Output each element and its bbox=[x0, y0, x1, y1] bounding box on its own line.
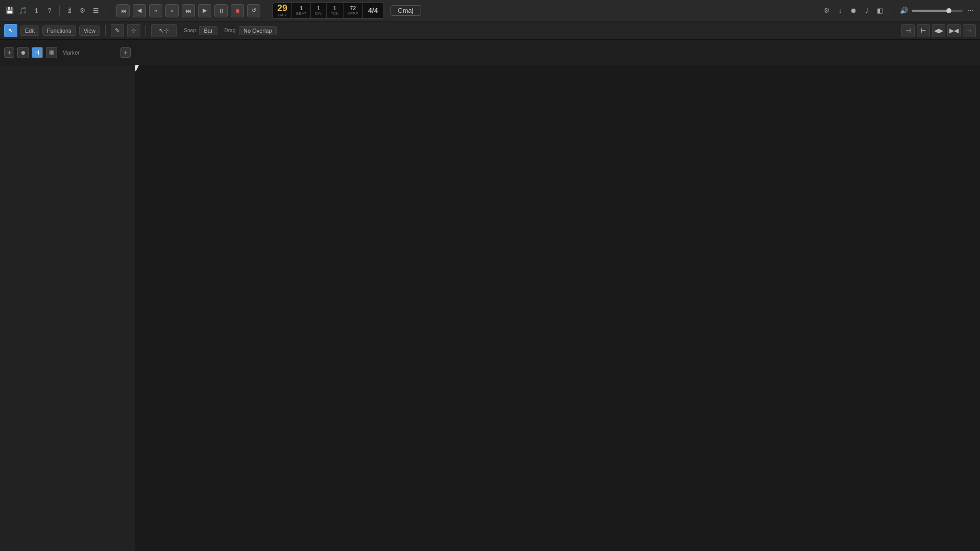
ruler bbox=[135, 40, 980, 65]
rewind-start-button[interactable]: ⏮ bbox=[116, 4, 130, 17]
marker-label: Marker bbox=[60, 49, 117, 56]
settings-icon[interactable]: ⚙ bbox=[821, 5, 832, 16]
drag-control: Drag: No Overlap bbox=[225, 26, 277, 35]
pointer-tool2[interactable]: ↖⊹ bbox=[151, 24, 177, 37]
beat-display[interactable]: 1 BEAT bbox=[292, 3, 311, 18]
volume-slider[interactable] bbox=[912, 10, 963, 12]
pencil-tool[interactable]: ✎ bbox=[111, 24, 124, 37]
info-icon[interactable]: ℹ bbox=[31, 5, 42, 16]
cpu-icon[interactable]: ☰ bbox=[90, 5, 102, 16]
rewind-button[interactable]: ◀ bbox=[133, 4, 146, 17]
division-value: 1 bbox=[317, 5, 320, 11]
top-toolbar: 💾 🎵 ℹ ? 🎚 ⚙ ☰ ⏮ ◀ « » ⏭ ▶ ⏸ ⏺ ↺ 29 BAR 1… bbox=[0, 0, 980, 21]
sep4 bbox=[105, 25, 106, 36]
volume-icon: 🔊 bbox=[898, 5, 910, 16]
fast-rewind-button[interactable]: « bbox=[149, 4, 162, 17]
h-btn[interactable]: H bbox=[32, 47, 43, 58]
timesig-value: 4/4 bbox=[368, 7, 378, 15]
kfrp-label: KFRP bbox=[348, 11, 358, 16]
tick-display[interactable]: 1 TCK bbox=[327, 3, 344, 18]
tick-label: TCK bbox=[331, 11, 339, 16]
add-track-button[interactable]: + bbox=[4, 47, 14, 58]
record-button[interactable]: ⏺ bbox=[231, 4, 244, 17]
loop-button[interactable]: ↺ bbox=[247, 4, 260, 17]
play-button[interactable]: ▶ bbox=[198, 4, 211, 17]
main-content: + ⏺ H ▦ Marker + bbox=[0, 40, 980, 551]
position-display: 29 BAR 1 BEAT 1 DIV 1 TCK 72 KFRP 4/4 bbox=[273, 3, 384, 19]
snap-control: Snap: Bar bbox=[184, 26, 217, 35]
metronome-icon[interactable]: 🎚 bbox=[64, 5, 75, 16]
sep2 bbox=[106, 5, 106, 16]
key-display[interactable]: Cmaj bbox=[390, 5, 421, 16]
align-right-icon[interactable]: ⊢ bbox=[917, 24, 930, 37]
second-toolbar: ↖ Edit Functions View ✎ ⊹ ↖⊹ Snap: Bar D… bbox=[0, 21, 980, 40]
bar-value: 29 bbox=[277, 4, 287, 13]
tick-value: 1 bbox=[333, 5, 336, 11]
view-menu[interactable]: View bbox=[79, 26, 101, 36]
sep1 bbox=[59, 5, 60, 16]
record-settings-btn[interactable]: ⏺ bbox=[17, 47, 29, 58]
tracks-container bbox=[135, 65, 980, 551]
tuner-icon[interactable]: ⚙ bbox=[77, 5, 88, 16]
beat-label: BEAT bbox=[296, 11, 306, 16]
snap-value[interactable]: Bar bbox=[199, 26, 217, 35]
kfrp-value: 72 bbox=[350, 5, 356, 11]
ruler-numbers bbox=[135, 40, 980, 65]
drag-label: Drag: bbox=[225, 28, 237, 33]
transport: ⏮ ◀ « » ⏭ ▶ ⏸ ⏺ ↺ bbox=[116, 4, 260, 17]
kfrp-display[interactable]: 72 KFRP bbox=[344, 3, 363, 18]
beat-value: 1 bbox=[300, 5, 303, 11]
record2-icon[interactable]: ⏺ bbox=[848, 5, 859, 16]
master-volume: 🔊 bbox=[898, 5, 963, 16]
go-end-button[interactable]: ⏭ bbox=[182, 4, 195, 17]
track-header-top: + ⏺ H ▦ Marker + bbox=[0, 40, 135, 65]
bar-display[interactable]: 29 BAR bbox=[273, 3, 292, 18]
align-left-icon[interactable]: ⊣ bbox=[901, 24, 915, 37]
sep3 bbox=[890, 5, 890, 16]
bounce-icon[interactable]: ↓ bbox=[835, 5, 846, 16]
lanes-wrapper bbox=[135, 65, 980, 551]
bar-label: BAR bbox=[278, 13, 286, 17]
pause-button[interactable]: ⏸ bbox=[214, 4, 228, 17]
fast-forward-button[interactable]: » bbox=[165, 4, 179, 17]
functions-menu[interactable]: Functions bbox=[42, 26, 76, 36]
more-icon[interactable]: ⋯ bbox=[965, 5, 976, 16]
project-audio-icon[interactable]: 🎵 bbox=[17, 5, 29, 16]
zoom-in-icon[interactable]: ◀▶ bbox=[932, 24, 945, 37]
snap-label: Snap: bbox=[184, 28, 197, 33]
zoom-out-icon[interactable]: ▶◀ bbox=[947, 24, 961, 37]
track-headers: + ⏺ H ▦ Marker + bbox=[0, 40, 135, 551]
edit-menu[interactable]: Edit bbox=[20, 26, 39, 36]
save-icon[interactable]: 💾 bbox=[4, 5, 15, 16]
pointer-tool[interactable]: ↖ bbox=[4, 24, 17, 37]
library-icon[interactable]: ◧ bbox=[874, 5, 886, 16]
align-tools: ⊣ ⊢ ◀▶ ▶◀ ↔ bbox=[901, 24, 976, 37]
multi-tool[interactable]: ⊹ bbox=[127, 24, 140, 37]
timesig-display[interactable]: 4/4 bbox=[363, 3, 383, 18]
right-toolbar: ⚙ ↓ ⏺ ♩ ◧ 🔊 ⋯ bbox=[821, 5, 976, 16]
link-icon[interactable]: ↔ bbox=[963, 24, 976, 37]
midi-icon[interactable]: ♩ bbox=[861, 5, 872, 16]
sep5 bbox=[145, 25, 146, 36]
add-marker-button[interactable]: + bbox=[120, 47, 131, 58]
help-icon[interactable]: ? bbox=[44, 5, 55, 16]
division-display[interactable]: 1 DIV bbox=[311, 3, 326, 18]
div-label: DIV bbox=[315, 11, 322, 16]
drag-value[interactable]: No Overlap bbox=[239, 26, 277, 35]
view-btn[interactable]: ▦ bbox=[46, 47, 57, 58]
timeline-area bbox=[135, 40, 980, 551]
